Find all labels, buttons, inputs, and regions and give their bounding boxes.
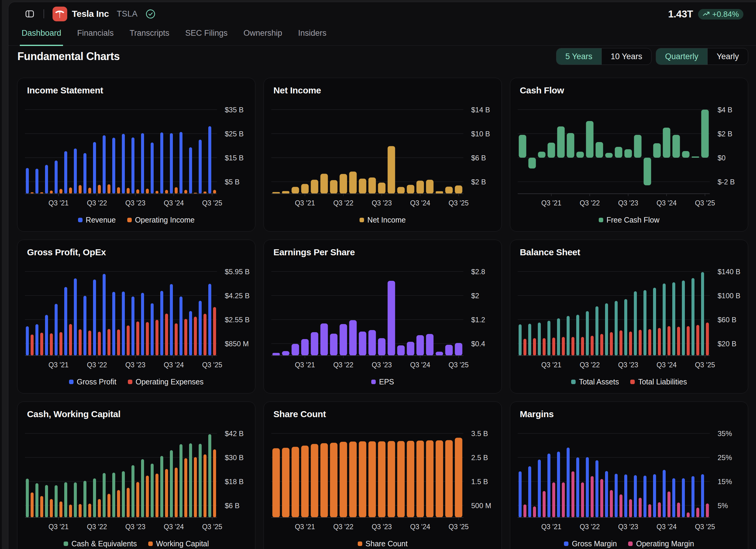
bar-cash-equivalents-18 xyxy=(199,444,202,517)
bar-revenue-17 xyxy=(189,147,192,194)
bar-cash-equivalents-8 xyxy=(103,473,106,517)
sidebar-toggle-button[interactable] xyxy=(23,7,36,20)
x-tick-label: Q3 '23 xyxy=(372,523,392,531)
tab-sec-filings[interactable]: SEC Filings xyxy=(183,29,229,46)
range-10-years-button[interactable]: 10 Years xyxy=(601,48,651,65)
legend-item-gross-profit[interactable]: Gross Profit xyxy=(69,378,116,386)
legend-item-free-cash-flow[interactable]: Free Cash Flow xyxy=(599,216,659,224)
bar-gross-profit-11 xyxy=(131,297,134,356)
legend-item-total-liabilities[interactable]: Total Liabilities xyxy=(630,378,687,386)
bar-free-cash-flow-6 xyxy=(577,152,584,158)
bar-eps-0 xyxy=(273,353,280,356)
tab-dashboard[interactable]: Dashboard xyxy=(20,29,63,46)
legend-item-net-income[interactable]: Net Income xyxy=(360,216,406,224)
legend-item-eps[interactable]: EPS xyxy=(371,378,394,386)
y-tick-label: 15% xyxy=(718,478,732,486)
tab-transcripts[interactable]: Transcripts xyxy=(128,29,171,46)
bar-gross-profit-9 xyxy=(112,292,115,356)
x-tick-label: Q3 '25 xyxy=(448,523,468,531)
period-toggle-group: Quarterly Yearly xyxy=(656,48,748,65)
tab-insiders[interactable]: Insiders xyxy=(296,29,328,46)
bar-eps-4 xyxy=(311,332,318,356)
bar-share-count-16 xyxy=(426,440,434,517)
legend-item-total-assets[interactable]: Total Assets xyxy=(571,378,619,386)
bar-gross-profit-4 xyxy=(64,287,67,356)
bar-cash-equivalents-9 xyxy=(112,473,115,517)
tab-ownership[interactable]: Ownership xyxy=(242,29,284,46)
x-tick-label: Q3 '21 xyxy=(541,199,561,207)
period-quarterly-button[interactable]: Quarterly xyxy=(656,48,707,65)
bar-cash-equivalents-10 xyxy=(122,471,125,517)
legend-item-operating-expenses[interactable]: Operating Expenses xyxy=(128,378,204,386)
bar-gross-profit-12 xyxy=(141,293,144,356)
bar-cash-equivalents-11 xyxy=(131,465,134,517)
bar-share-count-11 xyxy=(378,441,386,517)
bar-operating-income-6 xyxy=(88,188,91,194)
chart-plot-net-income: $2 B$6 B$10 B$14 BQ3 '21Q3 '22Q3 '23Q3 '… xyxy=(264,96,502,210)
legend-item-operating-margin[interactable]: Operating Margin xyxy=(628,539,694,548)
y-tick-label: $850 M xyxy=(225,340,249,348)
chart-legend: Gross MarginOperating Margin xyxy=(510,539,748,548)
legend-item-working-capital[interactable]: Working Capital xyxy=(148,539,209,548)
bar-net-income-18 xyxy=(445,187,453,194)
bar-cash-equivalents-0 xyxy=(26,479,29,517)
legend-item-share-count[interactable]: Share Count xyxy=(358,539,408,548)
bar-gross-margin-9 xyxy=(605,471,608,517)
chart-controls: 5 Years 10 Years Quarterly Yearly xyxy=(556,48,748,65)
nav-tabs: Dashboard Financials Transcripts SEC Fil… xyxy=(20,29,328,46)
bar-gross-profit-3 xyxy=(55,304,58,356)
period-yearly-button[interactable]: Yearly xyxy=(707,48,748,65)
bar-total-liabilities-7 xyxy=(591,336,594,356)
bar-total-assets-11 xyxy=(624,299,627,356)
y-tick-label: 35% xyxy=(718,430,732,438)
bar-eps-12 xyxy=(388,281,395,356)
ticker-symbol: TSLA xyxy=(117,9,138,19)
bar-gross-margin-3 xyxy=(547,454,550,517)
bar-revenue-4 xyxy=(64,151,67,194)
bar-operating-expenses-9 xyxy=(117,330,120,356)
verified-badge xyxy=(146,9,155,19)
x-tick-label: Q3 '22 xyxy=(580,199,600,207)
bar-operating-income-11 xyxy=(136,189,139,194)
tab-financials[interactable]: Financials xyxy=(75,29,116,46)
bar-operating-income-9 xyxy=(117,187,120,194)
legend-swatch-icon xyxy=(358,541,362,546)
x-tick-label: Q3 '23 xyxy=(618,361,638,369)
y-tick-label: $14 B xyxy=(471,106,490,114)
y-tick-label: 5% xyxy=(718,502,728,510)
bar-operating-income-8 xyxy=(107,184,110,194)
range-toggle-group: 5 Years 10 Years xyxy=(556,48,652,65)
bar-gross-margin-4 xyxy=(557,452,560,517)
bar-net-income-6 xyxy=(330,180,338,194)
legend-swatch-icon xyxy=(127,218,132,222)
chart-plot-income-statement: $5 B$15 B$25 B$35 BQ3 '21Q3 '22Q3 '23Q3 … xyxy=(17,96,256,210)
bar-operating-income-3 xyxy=(59,189,62,194)
legend-item-revenue[interactable]: Revenue xyxy=(78,216,116,224)
x-tick-label: Q3 '21 xyxy=(295,199,315,207)
y-tick-label: $5 B xyxy=(225,178,239,186)
bar-revenue-0 xyxy=(26,168,29,194)
chart-legend: RevenueOperating Income xyxy=(17,216,255,224)
bar-revenue-6 xyxy=(83,153,86,194)
legend-label: Gross Margin xyxy=(572,539,617,548)
bar-total-assets-8 xyxy=(595,306,598,356)
y-tick-label: $0 xyxy=(718,154,726,162)
bar-share-count-14 xyxy=(407,441,414,517)
bar-operating-expenses-2 xyxy=(50,333,53,356)
legend-item-cash-equivalents[interactable]: Cash & Equivalents xyxy=(64,539,137,548)
legend-item-operating-income[interactable]: Operating Income xyxy=(127,216,195,224)
legend-swatch-icon xyxy=(371,380,376,384)
bar-working-capital-6 xyxy=(88,504,91,517)
chart-legend: Total AssetsTotal Liabilities xyxy=(510,378,748,386)
range-5-years-button[interactable]: 5 Years xyxy=(556,48,601,65)
chart-plot-share-count: 500 M1.5 B2.5 B3.5 BQ3 '21Q3 '22Q3 '23Q3… xyxy=(264,420,502,534)
bar-total-assets-18 xyxy=(691,278,694,356)
bar-gross-profit-0 xyxy=(26,327,29,356)
legend-swatch-icon xyxy=(64,541,68,546)
bar-gross-profit-7 xyxy=(93,280,96,356)
x-tick-label: Q3 '22 xyxy=(87,523,107,531)
y-tick-label: $140 B xyxy=(718,267,740,276)
bar-free-cash-flow-4 xyxy=(557,126,565,158)
bar-total-liabilities-8 xyxy=(600,334,603,356)
legend-item-gross-margin[interactable]: Gross Margin xyxy=(564,539,617,548)
